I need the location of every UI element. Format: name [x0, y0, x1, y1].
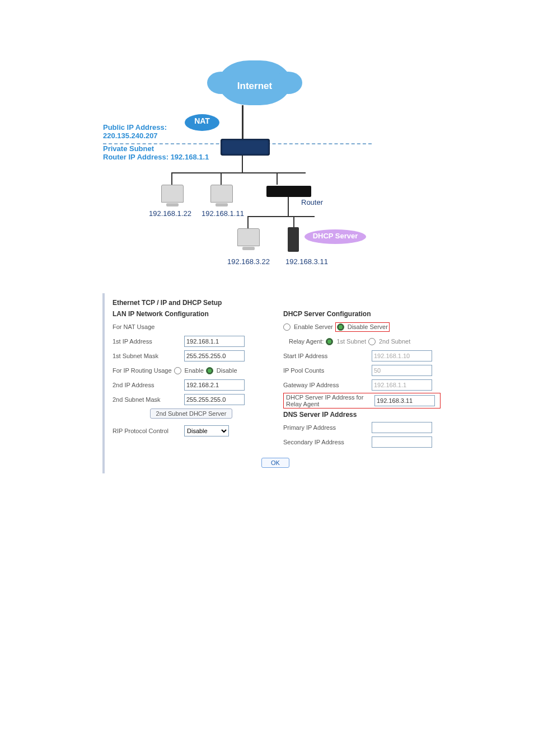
first-ip-label: 1st IP Address: [113, 338, 181, 345]
line: [171, 172, 172, 185]
line: [221, 172, 222, 185]
nat-label: NAT: [185, 116, 219, 125]
rip-label: RIP Protocol Control: [113, 428, 181, 434]
gateway-ip-label: Gateway IP Address: [283, 382, 368, 388]
nat-usage-row: For NAT Usage: [113, 320, 270, 334]
gateway-ip-input[interactable]: [372, 379, 432, 391]
line: [293, 216, 294, 228]
dhcp-enable-radio[interactable]: [283, 323, 291, 331]
first-mask-input[interactable]: [184, 350, 245, 361]
dns-secondary-input[interactable]: [372, 436, 432, 448]
pc2-ip: 192.168.1.11: [202, 209, 244, 218]
line: [277, 172, 278, 185]
pool-counts-input[interactable]: [372, 365, 432, 376]
second-subnet-dhcp-button[interactable]: 2nd Subnet DHCP Server: [150, 408, 233, 419]
relay-agent-ip-label: DHCP Server IP Address for Relay Agent: [286, 394, 371, 407]
secondary-router-icon: [266, 186, 311, 197]
second-ip-input[interactable]: [184, 379, 245, 391]
dns-secondary-label: Secondary IP Address: [283, 439, 368, 445]
relay-agent-ip-input[interactable]: [374, 395, 435, 406]
relay-second-subnet-text: 2nd Subnet: [379, 338, 410, 345]
sub-pc-ip: 192.168.3.22: [227, 257, 270, 266]
dhcp-label: DHCP Server: [305, 232, 366, 240]
routing-disable-text: Disable: [217, 367, 237, 374]
second-mask-input[interactable]: [184, 394, 245, 405]
line: [171, 172, 306, 173]
lan-column: LAN IP Network Configuration For NAT Usa…: [105, 310, 275, 454]
relay-first-subnet-radio[interactable]: [326, 338, 333, 345]
dns-primary-input[interactable]: [372, 422, 432, 433]
first-mask-label: 1st Subnet Mask: [113, 353, 181, 359]
public-ip-value: 220.135.240.207: [103, 132, 158, 140]
pc-icon: [237, 228, 260, 246]
private-subnet-label: Private Subnet: [103, 144, 154, 153]
nat-usage-label: For NAT Usage: [113, 323, 154, 330]
start-ip-label: Start IP Address: [283, 353, 368, 359]
line: [288, 197, 289, 216]
routing-usage-label: For IP Routing Usage: [113, 367, 172, 374]
relay-agent-ip-highlight: DHCP Server IP Address for Relay Agent: [283, 393, 441, 408]
pc-icon: [210, 185, 233, 203]
router-text-label: Router: [301, 198, 323, 206]
relay-agent-label: Relay Agent:: [289, 338, 324, 345]
relay-agent-row: Relay Agent: 1st Subnet 2nd Subnet: [283, 335, 441, 348]
lan-heading: LAN IP Network Configuration: [113, 310, 270, 318]
relay-first-subnet-text: 1st Subnet: [336, 338, 366, 345]
second-mask-label: 2nd Subnet Mask: [113, 396, 181, 403]
router-ip-label: Router IP Address: 192.168.1.1: [103, 153, 209, 161]
line: [242, 105, 243, 139]
internet-label: Internet: [218, 81, 291, 92]
public-ip-label: Public IP Address:: [103, 123, 167, 132]
server-icon: [288, 227, 299, 252]
dhcp-enable-text: Enable Server: [294, 323, 333, 330]
pc-icon: [161, 185, 184, 203]
panel-title: Ethernet TCP / IP and DHCP Setup: [105, 293, 446, 310]
routing-usage-row: For IP Routing Usage Enable Disable: [113, 364, 270, 377]
line: [247, 216, 249, 228]
second-ip-label: 2nd IP Address: [113, 382, 181, 388]
rip-select[interactable]: Disable: [184, 425, 229, 436]
dhcp-heading: DHCP Server Configuration: [283, 310, 441, 318]
public-ip-block: Public IP Address: 220.135.240.207: [103, 123, 167, 140]
first-ip-input[interactable]: [184, 336, 245, 347]
routing-enable-text: Enable: [185, 367, 204, 374]
routing-enable-radio[interactable]: [174, 367, 181, 374]
settings-panel: Ethernet TCP / IP and DHCP Setup LAN IP …: [102, 293, 446, 473]
dhcp-server-mode-row: Enable Server Disable Server: [283, 320, 441, 334]
pc1-ip: 192.168.1.22: [149, 209, 191, 218]
routing-disable-radio[interactable]: [206, 367, 213, 374]
sub-server-ip: 192.168.3.11: [285, 257, 328, 266]
network-diagram: Internet NAT Public IP Address: 220.135.…: [103, 60, 439, 273]
dns-heading: DNS Server IP Address: [283, 411, 441, 419]
dhcp-disable-radio[interactable]: [337, 323, 344, 331]
ok-button[interactable]: OK: [261, 458, 289, 468]
pool-counts-label: IP Pool Counts: [283, 367, 368, 374]
page-root: Internet NAT Public IP Address: 220.135.…: [0, 0, 534, 756]
line: [247, 216, 315, 217]
start-ip-input[interactable]: [372, 350, 432, 361]
dhcp-disable-text: Disable Server: [348, 323, 388, 330]
main-router-icon: [221, 139, 270, 156]
private-subnet-block: Private Subnet Router IP Address: 192.16…: [103, 144, 209, 161]
relay-second-subnet-radio[interactable]: [368, 338, 376, 345]
dhcp-column: DHCP Server Configuration Enable Server …: [275, 310, 446, 454]
dns-primary-label: Primary IP Address: [283, 424, 368, 431]
line: [242, 156, 243, 172]
